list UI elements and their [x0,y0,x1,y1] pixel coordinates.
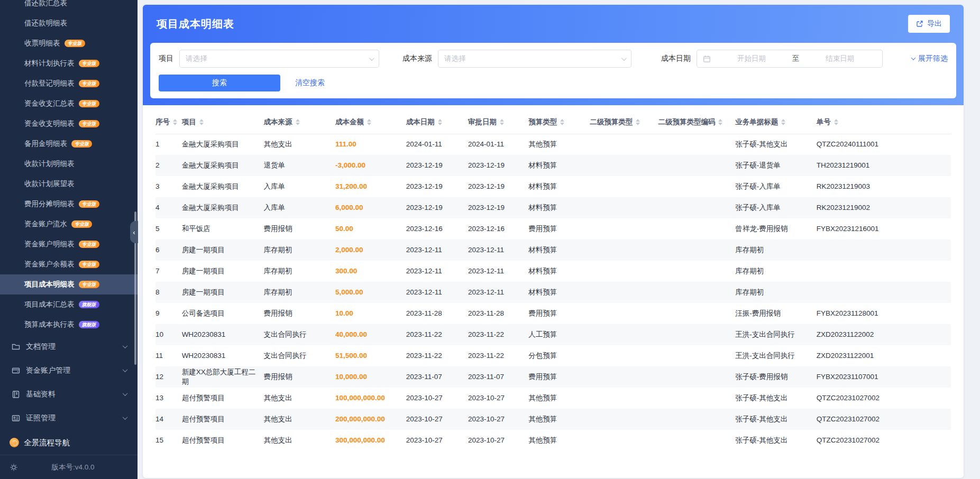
edition-badge: 专业版 [79,120,99,127]
sidebar-item[interactable]: 资金收支明细表专业版 [0,114,138,134]
table-row[interactable]: 3金融大厦采购项目入库单31,200.002023-12-192023-12-1… [155,176,951,197]
table-row[interactable]: 10WH20230831支出合同执行40,000.002023-11-22202… [155,324,951,345]
sidebar-item[interactable]: 付款登记明细表专业版 [0,73,138,94]
sidebar-item-label: 借还款汇总表 [24,0,67,8]
clear-search-link[interactable]: 清空搜索 [295,78,325,88]
cell-no: 9 [155,303,182,324]
table-row[interactable]: 6房建一期项目库存期初2,000.002023-12-112023-12-11材… [155,240,951,261]
sort-icon[interactable] [636,119,640,125]
sort-icon[interactable] [781,119,785,125]
sort-icon[interactable] [438,119,442,125]
table-row[interactable]: 1金融大厦采购项目其他支出111.002024-01-112024-01-11其… [155,134,951,155]
cell-source: 费用报销 [264,218,335,240]
cell-cost-date: 2023-12-19 [406,176,468,197]
sort-icon[interactable] [296,119,300,125]
cell-project: WH20230831 [182,345,264,366]
table-row[interactable]: 8房建一期项目库存期初5,000.002023-12-112023-12-11材… [155,282,951,303]
expand-filters-link[interactable]: 展开筛选 [912,54,948,63]
table-row[interactable]: 14超付预警项目其他支出200,000,000.002023-10-272023… [155,409,951,430]
table-row[interactable]: 5和平饭店费用报销50.002023-12-162023-12-16费用预算曾祥… [155,218,951,240]
cell-budget-type2 [590,409,658,430]
sidebar-item[interactable]: 项目成本汇总表旗舰版 [0,294,138,315]
cell-budget-type: 材料预算 [528,240,590,261]
cost-source-select[interactable]: 请选择 [438,50,631,68]
table-row[interactable]: 11WH20230831支出合同执行51,500.002023-11-22202… [155,345,951,366]
sort-icon[interactable] [560,119,564,125]
cell-budget-type2-code [658,176,735,197]
export-button[interactable]: 导出 [908,15,950,33]
sort-icon[interactable] [718,119,722,125]
sidebar-item-label: 资金账户流水 [24,219,67,229]
sidebar-scroll-area: 借还款汇总表借还款明细表收票明细表专业版材料计划执行表专业版付款登记明细表专业版… [0,0,138,430]
date-range-input[interactable]: 开始日期 至 结束日期 [697,50,883,68]
table-row[interactable]: 2金融大厦采购项目退货单-3,000.002023-12-192023-12-1… [155,155,951,176]
column-header[interactable]: 二级预算类型 [590,110,658,134]
edition-badge: 专业版 [65,40,85,47]
sidebar-group-文档管理[interactable]: 文档管理 [0,335,138,358]
sidebar-item[interactable]: 收票明细表专业版 [0,33,138,53]
column-header[interactable]: 业务单据标题 [735,110,816,134]
cell-cost-date: 2023-10-27 [406,388,468,409]
cell-budget-type2 [590,345,658,366]
sort-icon[interactable] [367,119,371,125]
cell-project: WH20230831 [182,324,264,345]
cell-budget-type: 人工预算 [528,324,590,345]
cell-doc-title: 汪振-费用报销 [735,303,816,324]
cell-budget-type2 [590,240,658,261]
column-header[interactable]: 预算类型 [528,110,590,134]
table-row[interactable]: 7房建一期项目库存期初300.002023-12-112023-12-11材料预… [155,261,951,282]
sidebar-item-label: 收款计划展望表 [24,179,75,189]
sort-icon[interactable] [834,119,838,125]
sidebar-group-基础资料[interactable]: 基础资料 [0,382,138,406]
cell-cost-date: 2023-12-11 [406,240,468,261]
sidebar-collapse-button[interactable]: ‹ [130,221,138,243]
column-header[interactable]: 项目 [182,110,264,134]
table-row[interactable]: 12新建XX总部大厦工程二期费用报销10,000.002023-11-07202… [155,366,951,388]
sidebar-group-资金账户管理[interactable]: 资金账户管理 [0,358,138,382]
end-date-input[interactable]: 结束日期 [803,54,876,63]
edition-badge: 专业版 [79,261,99,268]
cell-no: 4 [155,197,182,218]
column-header[interactable]: 成本来源 [264,110,335,134]
column-header[interactable]: 成本金额 [335,110,406,134]
cell-doc-title: 张子硕-其他支出 [735,388,816,409]
sidebar-item[interactable]: 预算成本执行表旗舰版 [0,315,138,335]
sort-icon[interactable] [173,119,177,125]
column-header[interactable]: 二级预算类型编码 [658,110,735,134]
column-header[interactable]: 审批日期 [468,110,528,134]
sidebar-item-label: 借还款明细表 [24,19,67,28]
table-row[interactable]: 9公司备选项目费用报销10.002023-11-282023-11-28费用预算… [155,303,951,324]
sidebar-item[interactable]: 资金收支汇总表专业版 [0,94,138,114]
sort-icon[interactable] [199,119,204,125]
cell-doc-title: 库存期初 [735,282,816,303]
gear-icon[interactable] [10,463,18,472]
cell-cost-date: 2023-12-16 [406,218,468,240]
sidebar-item[interactable]: 资金账户明细表专业版 [0,234,138,254]
table-row[interactable]: 4金融大厦采购项目入库单6,000.002023-12-192023-12-19… [155,197,951,218]
sidebar-item[interactable]: 材料计划执行表专业版 [0,53,138,73]
table-row[interactable]: 15超付预警项目其他支出300,000,000.002023-10-272023… [155,430,951,451]
start-date-input[interactable]: 开始日期 [715,54,788,63]
cell-budget-type: 材料预算 [528,155,590,176]
sidebar-item[interactable]: 资金账户余额表专业版 [0,254,138,274]
sidebar-item[interactable]: 借还款明细表 [0,13,138,33]
search-button[interactable]: 搜索 [159,75,280,91]
table-row[interactable]: 13超付预警项目其他支出100,000,000.002023-10-272023… [155,388,951,409]
column-header[interactable]: 序号 [155,110,182,134]
column-header[interactable]: 单号 [817,110,951,134]
cell-no: 6 [155,240,182,261]
sort-icon[interactable] [500,119,504,125]
sidebar-item[interactable]: 备用金明细表专业版 [0,134,138,154]
project-select[interactable]: 请选择 [179,50,379,68]
sidebar-item[interactable]: 项目成本明细表专业版 [0,274,138,294]
sidebar-item-panorama-nav[interactable]: 全景流程导航 [0,430,138,455]
page-title: 项目成本明细表 [157,17,234,31]
sidebar-item[interactable]: 收款计划展望表 [0,174,138,194]
sidebar-item[interactable]: 费用分摊明细表专业版 [0,194,138,214]
column-header[interactable]: 成本日期 [406,110,468,134]
sidebar-item[interactable]: 借还款汇总表 [0,0,138,13]
sidebar-group-证照管理[interactable]: 证照管理 [0,406,138,430]
sidebar-item[interactable]: 资金账户流水专业版 [0,214,138,234]
sidebar-item[interactable]: 收款计划明细表 [0,154,138,174]
sidebar-groups: 文档管理资金账户管理基础资料证照管理 [0,335,138,430]
